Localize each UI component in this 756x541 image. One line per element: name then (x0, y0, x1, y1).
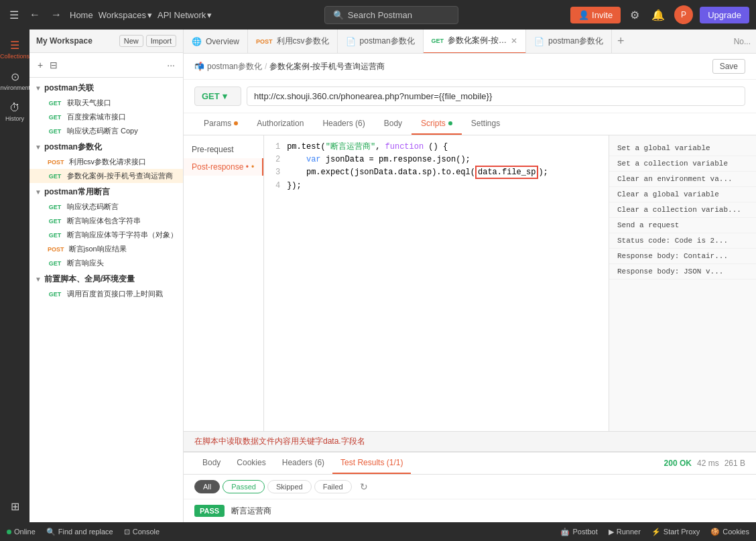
import-button[interactable]: Import (146, 35, 176, 47)
tree-group-postman-assertions: ▼ postman常用断言 GET 响应状态码断言 GET 断言响应体包含字符串… (29, 184, 183, 270)
overview-icon: 🌐 (192, 37, 202, 46)
request-area: 📬 postman参数化 / 参数化案例-按手机号查询运营商 Save GET … (184, 54, 756, 522)
pass-badge: PASS (194, 505, 225, 517)
method-get-badge: GET (46, 290, 64, 298)
suggestion-item[interactable]: Clear a global variable (609, 187, 756, 202)
code-editor[interactable]: 1 pm.test("断言运营商", function () { 2 var j… (264, 135, 756, 431)
list-item[interactable]: GET 断言响应头 (29, 256, 183, 270)
list-item[interactable]: GET 响应状态码断言 Copy (29, 124, 183, 138)
tab-postman-params[interactable]: 📄 postman参数化 (338, 29, 424, 54)
response-area: Body Cookies Headers (6) Test Results (1… (184, 452, 756, 522)
cookies-button[interactable]: 🍪 Cookies (710, 528, 749, 536)
list-item[interactable]: GET 断言响应应体等于字符串（对象） (29, 228, 183, 242)
tab-body[interactable]: Body (375, 113, 412, 135)
list-item[interactable]: GET 调用百度首页接口带上时间戳 (29, 287, 183, 301)
tab-csv-params[interactable]: POST 利用csv参数化 (248, 29, 338, 54)
home-button[interactable]: Home (70, 10, 93, 20)
runner-button[interactable]: ▶ Runner (609, 528, 641, 536)
tab-settings[interactable]: Settings (462, 113, 509, 135)
breadcrumb-current: 参数化案例-按手机号查询运营商 (269, 61, 385, 72)
sidebar-item-collections[interactable]: ☰ Collections (2, 35, 27, 64)
settings-button[interactable]: ⚙ (627, 6, 642, 24)
tree-group-header-pre-script[interactable]: ▼ 前置脚本、全局/环境变量 (29, 272, 183, 287)
method-get-badge: GET (46, 113, 64, 121)
tab-scripts[interactable]: Scripts (412, 113, 462, 135)
list-item[interactable]: GET 参数化案例-按手机号查询运营商 (29, 169, 183, 183)
method-select[interactable]: GET ▾ (194, 86, 241, 106)
workspace-title: My Workspace (36, 36, 92, 46)
search-input[interactable]: 🔍 Search Postman (324, 6, 458, 24)
tab-authorization[interactable]: Authorization (247, 113, 313, 135)
resp-tab-body[interactable]: Body (194, 453, 229, 474)
breadcrumb-parent[interactable]: postman参数化 (207, 61, 262, 72)
tab-headers[interactable]: Headers (6) (313, 113, 374, 135)
method-post-badge: POST (46, 158, 66, 166)
refresh-button[interactable]: ↻ (360, 481, 368, 492)
icon-sidebar: ☰ Collections ⊙ Environments ⏱ History ⊞ (0, 29, 29, 522)
suggestion-item[interactable]: Response body: JSON v... (609, 264, 756, 280)
list-item[interactable]: POST 利用csv参数化请求接口 (29, 155, 183, 169)
tab-overview[interactable]: 🌐 Overview (184, 29, 248, 54)
find-replace-button[interactable]: 🔍 Find and replace (46, 528, 113, 536)
search-icon: 🔍 (46, 528, 56, 536)
more-tabs-button[interactable]: No... (729, 37, 756, 46)
filter-all-button[interactable]: All (194, 480, 220, 493)
search-bar[interactable]: 🔍 Search Postman (217, 6, 565, 24)
suggestion-item[interactable]: Set a global variable (609, 141, 756, 156)
resp-tab-test-results[interactable]: Test Results (1/1) (332, 453, 411, 474)
notification-button[interactable]: 🔔 (649, 6, 668, 24)
suggestion-item[interactable]: Set a collection variable (609, 156, 756, 172)
resp-tab-headers[interactable]: Headers (6) (274, 453, 332, 474)
start-proxy-button[interactable]: ⚡ Start Proxy (651, 528, 700, 536)
tab-params[interactable]: Params (194, 113, 247, 135)
pre-request-tab[interactable]: Pre-request (184, 141, 263, 158)
suggestion-item[interactable]: Send a request (609, 218, 756, 233)
upgrade-button[interactable]: Upgrade (700, 7, 749, 23)
back-button[interactable]: ← (27, 6, 43, 23)
workspaces-button[interactable]: Workspaces ▾ (99, 10, 152, 20)
invite-button[interactable]: 👤 Invite (570, 7, 621, 23)
tab-close-button[interactable]: ✕ (511, 36, 517, 46)
tree-group-header-postman-assertions[interactable]: ▼ postman常用断言 (29, 184, 183, 200)
list-item[interactable]: GET 百度搜索城市接口 (29, 110, 183, 124)
api-network-button[interactable]: API Network ▾ (158, 10, 212, 20)
new-tab-button[interactable]: + (612, 34, 630, 48)
sidebar-item-history[interactable]: ⏱ History (2, 98, 27, 126)
online-status: Online (7, 528, 36, 536)
list-item[interactable]: GET 响应状态码断言 (29, 200, 183, 214)
filter-button[interactable]: ⊟ (48, 58, 59, 72)
topbar-right: 👤 Invite ⚙ 🔔 P Upgrade (570, 5, 749, 24)
list-item[interactable]: GET 获取天气接口 (29, 96, 183, 110)
tab-case-phone[interactable]: GET 参数化案例-按… ✕ (424, 29, 527, 54)
list-item[interactable]: GET 断言响应体包含字符串 (29, 214, 183, 228)
suggestion-item[interactable]: Status code: Code is 2... (609, 233, 756, 249)
status-ok-label: 200 OK (664, 459, 692, 468)
tab-postman-params-2[interactable]: 📄 postman参数化 (526, 29, 612, 54)
environments-icon: ⊙ (11, 70, 19, 83)
filter-failed-button[interactable]: Failed (314, 480, 352, 493)
sidebar-item-plugins[interactable]: ⊞ (2, 496, 27, 517)
postbot-button[interactable]: 🤖 Postbot (560, 528, 597, 536)
post-response-tab[interactable]: Post-response • (184, 158, 263, 176)
tree-group-header-postman-association[interactable]: ▼ postman关联 (29, 80, 183, 96)
more-options-button[interactable]: ··· (166, 58, 176, 72)
filter-passed-button[interactable]: Passed (223, 480, 265, 493)
save-button[interactable]: Save (712, 59, 745, 74)
menu-button[interactable]: ☰ (7, 6, 21, 24)
console-button[interactable]: ⊡ Console (124, 528, 160, 536)
url-input[interactable] (247, 86, 745, 106)
list-item[interactable]: POST 断言json响应结果 (29, 242, 183, 256)
suggestion-item[interactable]: Clear a collection variab... (609, 202, 756, 218)
forward-button[interactable]: → (48, 6, 64, 23)
breadcrumb: 📬 postman参数化 / 参数化案例-按手机号查询运营商 Save (184, 54, 756, 80)
tree-group-header-postman-params[interactable]: ▼ postman参数化 (29, 139, 183, 155)
filter-skipped-button[interactable]: Skipped (267, 480, 312, 493)
sidebar-item-environments[interactable]: ⊙ Environments (2, 66, 27, 95)
avatar-button[interactable]: P (674, 5, 693, 24)
add-collection-button[interactable]: + (36, 58, 44, 72)
chevron-icon: ▼ (35, 84, 42, 92)
new-button[interactable]: New (119, 35, 143, 47)
resp-tab-cookies[interactable]: Cookies (229, 453, 273, 474)
suggestion-item[interactable]: Response body: Contair... (609, 249, 756, 264)
suggestion-item[interactable]: Clear an environment va... (609, 172, 756, 187)
